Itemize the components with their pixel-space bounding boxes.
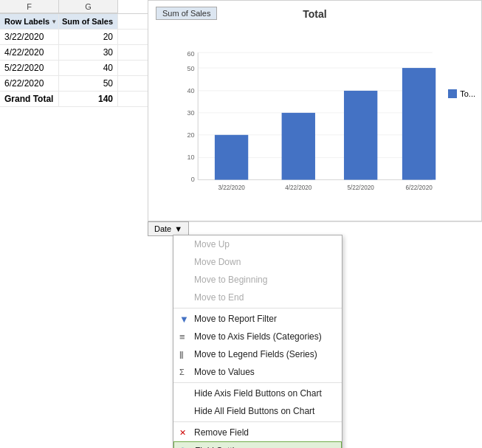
axis-fields-icon: ≡: [179, 331, 185, 342]
date-cell: 4/22/2020: [0, 45, 59, 60]
menu-separator-3: [173, 421, 342, 422]
value-cell: 30: [59, 45, 118, 60]
chart-svg: 0 10 20 30 40 50 60 3/22/2020 4/22/2020 …: [148, 24, 481, 244]
date-cell: 5/22/2020: [0, 61, 59, 75]
date-cell: 3/22/2020: [0, 30, 59, 44]
menu-item-report-filter-label: Move to Report Filter: [194, 314, 277, 324]
pivot-col1-dropdown[interactable]: ▼: [51, 18, 57, 25]
date-button[interactable]: Date ▼: [148, 221, 189, 236]
grand-total-label: Grand Total: [0, 92, 59, 106]
bar-1: [215, 135, 248, 180]
date-cell: 6/22/2020: [0, 76, 59, 91]
grand-total-value: 140: [59, 92, 118, 106]
pivot-col1-header[interactable]: Row Labels ▼: [0, 14, 59, 29]
pivot-header-row: Row Labels ▼ Sum of Sales: [0, 14, 148, 30]
menu-item-move-up[interactable]: Move Up: [173, 235, 342, 253]
table-row: 5/22/2020 40: [0, 61, 148, 76]
menu-item-hide-all-buttons[interactable]: Hide All Field Buttons on Chart: [173, 402, 342, 420]
menu-item-field-settings[interactable]: 🔧 Field Settings...: [173, 441, 342, 448]
menu-separator-2: [173, 382, 342, 383]
menu-item-move-down[interactable]: Move Down: [173, 253, 342, 271]
svg-text:30: 30: [187, 109, 195, 117]
menu-item-move-to-report-filter[interactable]: ▼ Move to Report Filter: [173, 310, 342, 328]
menu-item-move-to-end[interactable]: Move to End: [173, 289, 342, 306]
menu-item-legend-fields-label: Move to Legend Fields (Series): [194, 349, 317, 359]
bar-3: [344, 91, 377, 180]
value-cell: 40: [59, 61, 118, 75]
menu-item-hide-axis-label: Hide Axis Field Buttons on Chart: [194, 388, 322, 399]
table-row: 3/22/2020 20: [0, 30, 148, 45]
menu-item-move-to-end-label: Move to End: [194, 292, 244, 303]
svg-text:3/22/2020: 3/22/2020: [218, 185, 245, 191]
table-row: 4/22/2020 30: [0, 45, 148, 61]
svg-text:20: 20: [187, 131, 195, 139]
date-button-label: Date: [154, 224, 171, 233]
menu-item-move-to-axis-fields[interactable]: ≡ Move to Axis Fields (Categories): [173, 328, 342, 345]
date-button-area: Date ▼: [148, 221, 189, 236]
col-f-header: F: [0, 0, 59, 13]
menu-item-hide-axis-buttons[interactable]: Hide Axis Field Buttons on Chart: [173, 385, 342, 402]
grand-total-row: Grand Total 140: [0, 92, 148, 107]
svg-text:50: 50: [187, 65, 195, 72]
svg-text:10: 10: [187, 154, 195, 161]
col-g-header: G: [59, 0, 118, 13]
svg-text:6/22/2020: 6/22/2020: [405, 185, 433, 191]
menu-item-values-label: Move to Values: [194, 367, 255, 377]
svg-text:60: 60: [187, 50, 195, 58]
legend-label: To...: [460, 89, 475, 98]
remove-field-icon: ✕: [179, 428, 186, 438]
values-icon: Σ: [179, 368, 185, 376]
bar-2: [282, 113, 315, 180]
table-row: 6/22/2020 50: [0, 76, 148, 92]
value-cell: 50: [59, 76, 118, 91]
svg-text:5/22/2020: 5/22/2020: [348, 185, 375, 191]
chart-area: Sum of Sales Total 0 10 20 30 40 50 60 3…: [148, 0, 482, 221]
svg-text:0: 0: [191, 176, 195, 183]
bar-4: [402, 68, 435, 179]
menu-item-move-to-values[interactable]: Σ Move to Values: [173, 363, 342, 381]
menu-item-hide-all-label: Hide All Field Buttons on Chart: [194, 406, 314, 416]
menu-item-remove-field[interactable]: ✕ Remove Field: [173, 424, 342, 441]
menu-item-remove-field-label: Remove Field: [194, 427, 249, 438]
legend-fields-icon: |||: [179, 351, 183, 359]
menu-separator-1: [173, 308, 342, 309]
chart-badge: Sum of Sales: [156, 7, 217, 20]
pivot-col2-header: Sum of Sales: [59, 14, 118, 29]
legend-color-box: [448, 89, 457, 98]
context-menu: Move Up Move Down Move to Beginning Move…: [173, 235, 342, 448]
menu-item-move-to-beginning-label: Move to Beginning: [194, 275, 267, 285]
value-cell: 20: [59, 30, 118, 44]
menu-item-move-up-label: Move Up: [194, 239, 230, 249]
svg-text:4/22/2020: 4/22/2020: [285, 185, 312, 191]
menu-item-axis-fields-label: Move to Axis Fields (Categories): [194, 331, 322, 342]
report-filter-icon: ▼: [179, 314, 189, 325]
menu-item-move-down-label: Move Down: [194, 257, 241, 267]
date-dropdown-arrow: ▼: [174, 224, 182, 233]
menu-item-move-to-legend-fields[interactable]: ||| Move to Legend Fields (Series): [173, 345, 342, 363]
chart-legend: To...: [448, 89, 475, 98]
svg-text:40: 40: [187, 87, 195, 94]
menu-item-move-to-beginning[interactable]: Move to Beginning: [173, 271, 342, 289]
